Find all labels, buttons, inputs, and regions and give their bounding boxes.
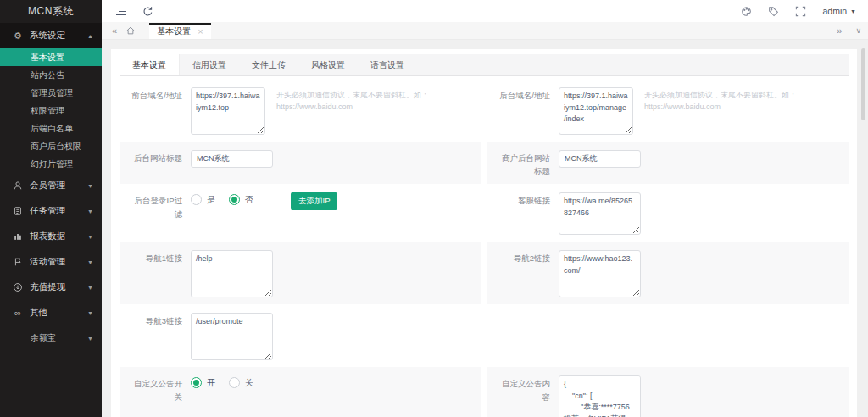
scroll-left-icon[interactable]: « bbox=[108, 26, 120, 36]
field-label: 导航1链接 bbox=[128, 250, 191, 264]
sidebar-group-label: 系统设定 bbox=[30, 30, 65, 42]
chevron-down-icon: ▼ bbox=[87, 234, 93, 240]
sidebar-group-label: 活动管理 bbox=[30, 256, 65, 268]
radio-label: 开 bbox=[207, 377, 215, 389]
radio-label: 是 bbox=[207, 194, 215, 206]
field-nav2: 导航2链接 https://www.hao123.com/ bbox=[487, 242, 849, 304]
notice-content-textarea[interactable]: { "cn": [ "恭喜:****7756推荐一名VIP1获得USDT20.0… bbox=[559, 375, 641, 417]
sidebar-group-label: 充值提现 bbox=[30, 281, 65, 293]
tab-basic-settings[interactable]: 基本设置 bbox=[120, 54, 180, 75]
close-icon[interactable]: × bbox=[198, 27, 203, 36]
sidebar-group-label: 会员管理 bbox=[30, 180, 65, 192]
field-notice-switch: 自定义公告开关 开 关 bbox=[120, 367, 481, 417]
nav1-link-textarea[interactable]: /help bbox=[191, 250, 273, 297]
sidebar-group-label: 报表数据 bbox=[30, 231, 65, 242]
field-label: 自定义公告内容 bbox=[496, 375, 559, 403]
tag-icon[interactable] bbox=[768, 6, 779, 17]
app-window: MCN系统 ⚙ 系统设定 ▲ 基本设置 站内公告 管理员管理 权限管理 后端白名… bbox=[0, 0, 868, 417]
chevron-down-icon: ▼ bbox=[87, 285, 93, 291]
sidebar-group-label: 余额宝 bbox=[31, 332, 56, 344]
sidebar-item-slideshow-manage[interactable]: 幻灯片管理 bbox=[0, 155, 102, 173]
notice-on-radio[interactable] bbox=[191, 377, 202, 388]
sidebar-item-permission-manage[interactable]: 权限管理 bbox=[0, 102, 102, 120]
user-icon bbox=[12, 181, 24, 191]
page-tab-basic-settings[interactable]: 基本设置 × bbox=[149, 23, 210, 39]
field-hint: 开头必须加通信协议，末尾不要留斜杠。如：https://www.baidu.co… bbox=[644, 87, 849, 113]
recharge-icon bbox=[12, 282, 24, 292]
sidebar-group-tasks[interactable]: 任务管理 ▼ bbox=[0, 198, 102, 224]
field-label: 后台登录IP过滤 bbox=[128, 192, 191, 220]
home-icon[interactable] bbox=[120, 25, 141, 36]
tab-menu-chevron-icon[interactable]: ∨ bbox=[855, 26, 861, 35]
field-service-link: 客服链接 https://wa.me/85265827466 bbox=[487, 184, 849, 242]
ip-filter-no-radio[interactable] bbox=[229, 194, 240, 205]
nav2-link-textarea[interactable]: https://www.hao123.com/ bbox=[559, 250, 641, 297]
service-link-textarea[interactable]: https://wa.me/85265827466 bbox=[559, 192, 641, 235]
sidebar-group-members[interactable]: 会员管理 ▼ bbox=[0, 173, 102, 198]
sidebar-item-merchant-permission[interactable]: 商户后台权限 bbox=[0, 137, 102, 155]
page-tab-bar: « 基本设置 × » ∨ bbox=[102, 22, 868, 40]
sidebar-group-label: 任务管理 bbox=[30, 205, 65, 217]
gear-icon: ⚙ bbox=[12, 31, 24, 42]
task-icon bbox=[12, 206, 24, 216]
add-ip-button[interactable]: 去添加IP bbox=[291, 192, 337, 210]
radio-label: 关 bbox=[245, 377, 253, 389]
username: admin bbox=[822, 6, 847, 16]
fullscreen-icon[interactable] bbox=[795, 6, 806, 17]
sidebar-group-recharge-withdraw[interactable]: 充值提现 ▼ bbox=[0, 275, 102, 300]
sidebar-group-system-settings[interactable]: ⚙ 系统设定 ▲ bbox=[0, 23, 102, 48]
chevron-down-icon: ▼ bbox=[87, 310, 93, 316]
chevron-down-icon: ▼ bbox=[87, 208, 93, 214]
main-area: admin ▼ « 基本设置 × » ∨ 基本设置 bbox=[102, 0, 868, 417]
app-logo: MCN系统 bbox=[0, 0, 102, 23]
admin-title-input[interactable] bbox=[191, 150, 273, 168]
refresh-icon[interactable] bbox=[142, 6, 153, 17]
field-ip-filter: 后台登录IP过滤 是 否 去添加IP bbox=[120, 184, 481, 242]
scroll-right-icon[interactable]: » bbox=[833, 26, 845, 36]
content-scrollbar[interactable] bbox=[861, 45, 865, 412]
collapse-menu-icon[interactable] bbox=[115, 6, 127, 17]
sidebar-item-admin-manage[interactable]: 管理员管理 bbox=[0, 84, 102, 102]
topbar: admin ▼ bbox=[102, 0, 868, 22]
topbar-right: admin ▼ bbox=[741, 6, 856, 17]
field-empty bbox=[487, 304, 849, 367]
infinity-icon: ∞ bbox=[12, 308, 24, 318]
content-area: 基本设置 信用设置 文件上传 风格设置 语言设置 前台域名/地址 https:/… bbox=[102, 40, 868, 417]
tab-file-upload[interactable]: 文件上传 bbox=[239, 54, 298, 75]
user-dropdown[interactable]: admin ▼ bbox=[822, 6, 856, 16]
merchant-title-input[interactable] bbox=[559, 150, 641, 168]
report-icon bbox=[12, 231, 24, 242]
sidebar-item-site-notice[interactable]: 站内公告 bbox=[0, 66, 102, 84]
tab-credit-settings[interactable]: 信用设置 bbox=[180, 54, 239, 75]
tab-style-settings[interactable]: 风格设置 bbox=[298, 54, 358, 75]
sidebar-group-activities[interactable]: 活动管理 ▼ bbox=[0, 249, 102, 275]
settings-tabs: 基本设置 信用设置 文件上传 风格设置 语言设置 bbox=[120, 54, 849, 76]
field-label: 前台域名/地址 bbox=[128, 87, 191, 102]
ip-filter-yes-radio[interactable] bbox=[191, 194, 202, 205]
notice-off-radio[interactable] bbox=[229, 377, 240, 388]
back-domain-textarea[interactable]: https://397.1.haiwaiym12.top/manage/inde… bbox=[559, 87, 633, 135]
field-nav1: 导航1链接 /help bbox=[120, 242, 481, 304]
sidebar-item-backend-whitelist[interactable]: 后端白名单 bbox=[0, 120, 102, 137]
sidebar-item-basic-settings[interactable]: 基本设置 bbox=[0, 48, 102, 66]
sidebar-group-reports[interactable]: 报表数据 ▼ bbox=[0, 224, 102, 249]
field-label: 后台域名/地址 bbox=[496, 87, 559, 102]
sidebar-subgroup-yuebao[interactable]: 余额宝 ▼ bbox=[0, 325, 102, 351]
chevron-down-icon: ▼ bbox=[87, 336, 93, 342]
field-label: 导航3链接 bbox=[128, 313, 191, 327]
nav3-link-textarea[interactable]: /user/promote bbox=[191, 313, 273, 360]
front-domain-textarea[interactable]: https://397.1.haiwaiym12.top bbox=[191, 87, 265, 135]
theme-icon[interactable] bbox=[741, 6, 752, 17]
sidebar-group-other[interactable]: ∞ 其他 ▼ bbox=[0, 300, 102, 325]
field-merchant-title: 商户后台网站标题 bbox=[487, 142, 849, 184]
scrollbar-thumb[interactable] bbox=[861, 48, 865, 120]
chevron-up-icon: ▲ bbox=[87, 33, 93, 39]
settings-card: 基本设置 信用设置 文件上传 风格设置 语言设置 前台域名/地址 https:/… bbox=[110, 48, 858, 417]
tab-bar-right: » ∨ bbox=[833, 26, 861, 36]
sidebar: MCN系统 ⚙ 系统设定 ▲ 基本设置 站内公告 管理员管理 权限管理 后端白名… bbox=[0, 0, 102, 417]
chevron-down-icon: ▼ bbox=[87, 259, 93, 265]
field-nav3: 导航3链接 /user/promote bbox=[120, 304, 481, 367]
radio-label: 否 bbox=[245, 194, 253, 206]
field-label: 后台网站标题 bbox=[128, 150, 191, 164]
tab-language-settings[interactable]: 语言设置 bbox=[358, 54, 417, 75]
